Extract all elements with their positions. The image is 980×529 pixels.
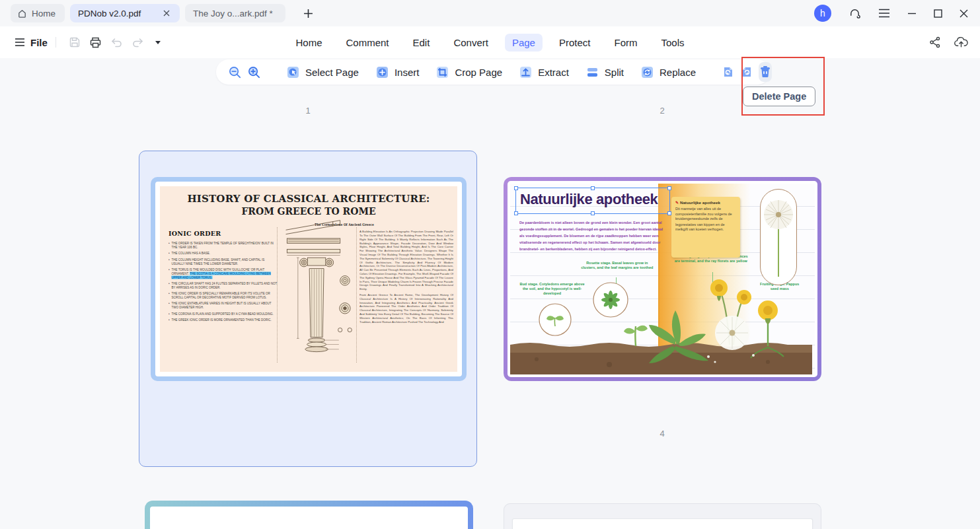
extract-button[interactable]: Extract <box>511 59 578 85</box>
page3-paragraph-1: A Building Elevation Is An Orthographic … <box>359 230 453 291</box>
sticky-note-title-text: Natuurlijke apotheek <box>680 200 720 205</box>
menu-item-page[interactable]: Page <box>505 34 543 52</box>
page3-section-heading: IONIC ORDER <box>169 230 221 237</box>
tab-joy[interactable]: The Joy o...ark.pdf * <box>185 4 285 22</box>
page-5-thumbnail-partial[interactable] <box>145 501 473 529</box>
page4-intro-text: De paardenbloem is niet alleen boven de … <box>519 219 665 253</box>
insert-button[interactable]: Insert <box>367 59 428 85</box>
list-item: THE COLUMN HAS A BASE. <box>169 252 278 256</box>
menu-item-protect[interactable]: Protect <box>552 34 598 52</box>
menu-item-convert[interactable]: Convert <box>446 34 496 52</box>
selection-handle[interactable] <box>514 186 518 190</box>
page-3-thumbnail[interactable]: HISTORY OF CLASSICAL ARCHITECTURE: FROM … <box>151 177 467 381</box>
delete-page-icon[interactable] <box>759 62 772 82</box>
home-button-label: Home <box>32 9 56 18</box>
selection-handle[interactable] <box>591 186 595 190</box>
rotate-left-icon[interactable] <box>722 62 735 82</box>
plus-icon <box>303 9 313 18</box>
delete-page-tooltip-label: Delete Page <box>752 91 806 102</box>
page-4-thumbnail[interactable]: Natuurlijke apotheek De paardenbloem is … <box>504 177 821 381</box>
titlebar: Home PDNob v2.0.pdf The Joy o...ark.pdf … <box>0 0 980 26</box>
crop-page-icon <box>436 66 449 79</box>
cloud-upload-icon[interactable] <box>954 36 968 48</box>
menu-item-edit[interactable]: Edit <box>406 34 437 52</box>
selection-handle[interactable] <box>514 211 518 215</box>
tab-pdnob[interactable]: PDNob v2.0.pdf <box>70 4 180 22</box>
window-minimize-button[interactable] <box>907 9 917 18</box>
page-4-content: Natuurlijke apotheek De paardenbloem is … <box>510 184 815 374</box>
window-close-button[interactable] <box>960 9 968 18</box>
list-item: THE IONIC ENTABLATURE VARIES IN HEIGHT B… <box>169 302 278 310</box>
divider <box>56 37 56 48</box>
rotate-right-icon[interactable] <box>740 62 753 82</box>
page-number-2: 2 <box>497 106 827 116</box>
sticky-note: ✎ Natuurlijke apotheek Dit mannetje van … <box>671 197 740 258</box>
menubar: File Home Comment Edit Convert Page Prot… <box>0 26 980 58</box>
zoom-in-icon[interactable] <box>247 62 261 82</box>
selection-handle[interactable] <box>591 211 595 215</box>
crop-page-label: Crop Page <box>455 67 502 78</box>
list-item: THE COLUMN HEIGHT INCLUDING BASE, SHAFT,… <box>169 258 278 266</box>
list-item: THE CIRCULAR SHAFT HAS 24 FLUTES SEPARAT… <box>169 282 278 290</box>
delete-page-tooltip: Delete Page <box>743 87 815 106</box>
tab-pdnob-label: PDNob v2.0.pdf <box>78 9 141 18</box>
page3-title-line2: FROM GREECE TO ROME <box>160 206 457 217</box>
split-button[interactable]: Split <box>578 59 632 85</box>
menu-item-form[interactable]: Form <box>607 34 644 52</box>
window-maximize-button[interactable] <box>934 9 942 18</box>
insert-label: Insert <box>395 67 420 78</box>
crop-page-button[interactable]: Crop Page <box>428 59 511 85</box>
zoom-out-icon[interactable] <box>228 62 242 82</box>
print-icon[interactable] <box>85 36 106 49</box>
page4-title: Natuurlijke apotheek <box>520 191 658 208</box>
replace-icon <box>641 66 654 79</box>
page-3-content: HISTORY OF CLASSICAL ARCHITECTURE: FROM … <box>160 186 457 372</box>
select-page-button[interactable]: Select Page <box>278 59 367 85</box>
list-item: THE CORONA IS PLAIN AND SUPPORTED BY A C… <box>169 312 278 316</box>
menu-item-comment[interactable]: Comment <box>338 34 396 52</box>
page3-body-text: A Building Elevation Is An Orthographic … <box>359 230 453 326</box>
replace-button[interactable]: Replace <box>632 59 704 85</box>
divider <box>277 227 278 363</box>
list-item: THE IONIC ORDER IS SPECIALLY REMARKABLE … <box>169 292 278 300</box>
pen-icon: ✎ <box>675 200 679 205</box>
title-selection-box[interactable]: Natuurlijke apotheek <box>515 188 670 214</box>
page3-bullet-list: THE ORDER IS TAKEN FROM THE TEMPLE OF 'E… <box>169 242 278 324</box>
dandelion-growth-illustration <box>510 279 812 374</box>
toolbar-more-caret-icon[interactable] <box>155 41 161 44</box>
menu-item-home[interactable]: Home <box>288 34 329 52</box>
app-menu-icon[interactable] <box>878 9 890 18</box>
tab-joy-label: The Joy o...ark.pdf * <box>193 9 273 18</box>
insert-icon <box>376 66 389 79</box>
list-item: THE GREEK IONIC ORDER IS MORE ORNAMENTED… <box>169 318 278 322</box>
undo-icon[interactable] <box>106 37 128 48</box>
list-item: THE TORUS IS THE MOULDED DISC WITH 'GUIL… <box>169 268 278 280</box>
tab-close-icon[interactable] <box>161 8 172 18</box>
page-number-4: 4 <box>497 429 827 439</box>
page-toolbar: Select Page Insert Crop Page Extract Spl… <box>216 59 770 85</box>
avatar-initial: h <box>820 8 825 18</box>
extract-icon <box>519 66 532 79</box>
divider <box>356 227 357 363</box>
page3-paragraph-2: From Ancient Greece To Ancient Rome, The… <box>359 293 453 324</box>
page3-title-line1: HISTORY OF CLASSICAL ARCHITECTURE: <box>160 193 457 205</box>
list-item: THE ORDER IS TAKEN FROM THE TEMPLE OF 'E… <box>169 242 278 250</box>
select-page-label: Select Page <box>305 67 359 78</box>
split-icon <box>586 66 599 79</box>
selection-handle[interactable] <box>667 186 671 190</box>
redo-icon[interactable] <box>128 37 149 48</box>
home-button[interactable]: Home <box>11 4 65 22</box>
extract-label: Extract <box>538 67 569 78</box>
main-menu: Home Comment Edit Convert Page Protect F… <box>288 34 691 52</box>
sticky-note-title: ✎ Natuurlijke apotheek <box>675 200 735 205</box>
save-icon[interactable] <box>64 36 85 48</box>
file-menu[interactable]: File <box>30 37 48 48</box>
avatar[interactable]: h <box>814 5 831 22</box>
replace-label: Replace <box>660 67 696 78</box>
menu-item-tools[interactable]: Tools <box>654 34 691 52</box>
new-tab-button[interactable] <box>300 5 316 21</box>
page-6-thumbnail-partial[interactable] <box>504 503 821 529</box>
support-headset-icon[interactable] <box>848 7 861 20</box>
share-icon[interactable] <box>929 36 941 48</box>
select-page-icon <box>287 66 299 79</box>
